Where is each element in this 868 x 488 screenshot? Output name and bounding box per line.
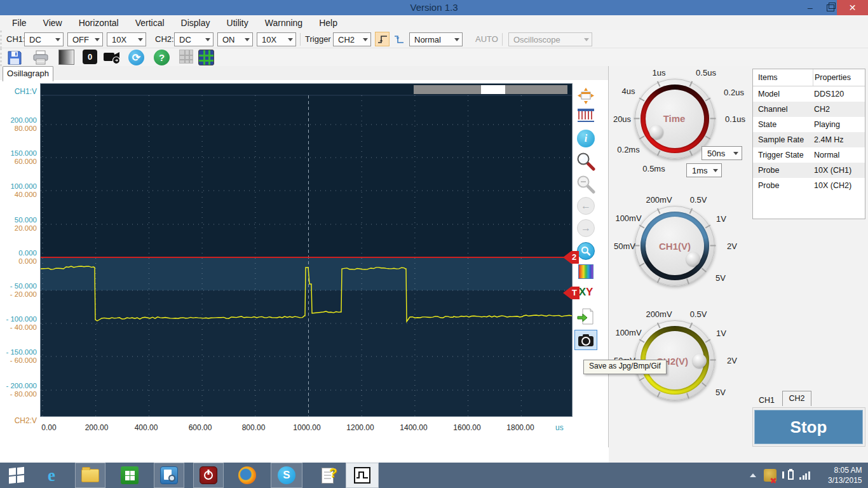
minimize-button[interactable]: – (801, 0, 820, 15)
ch1-label: CH1: (6, 34, 25, 44)
menu-item-warnning[interactable]: Warnning (257, 15, 311, 30)
ch1-tick-value: - 200.000 (0, 382, 37, 390)
power-battery-icon[interactable] (782, 469, 794, 482)
plot-scrollbar-thumb[interactable] (481, 85, 505, 94)
taskbar-internet-explorer[interactable]: e (37, 463, 66, 488)
property-row: Probe10X (CH1) (753, 163, 865, 178)
property-value: Normal (813, 147, 865, 163)
ch1-scale-2v: 2V (727, 241, 737, 251)
power-icon (200, 466, 217, 484)
taskbar-help-file[interactable]: ? (313, 463, 342, 488)
device-select[interactable]: Oscilloscope (508, 32, 592, 46)
cursor-measure-button[interactable] (576, 108, 596, 123)
ch1-probe-select[interactable]: 10X (107, 32, 146, 46)
tab-osillagraph[interactable]: Osillagraph (3, 66, 53, 81)
stop-button[interactable]: Stop (754, 410, 863, 444)
grid-layout-button[interactable] (198, 50, 214, 65)
timebase-1ms-select[interactable]: 1ms (686, 163, 722, 177)
pan-view-button[interactable] (576, 88, 596, 104)
knob-indicator-ball[interactable] (649, 125, 663, 139)
start-button[interactable] (4, 463, 29, 488)
toolbar-separator (502, 33, 503, 46)
ch2-coupling-select[interactable]: DC (174, 32, 214, 46)
close-button[interactable]: ✕ (837, 0, 868, 15)
ch2-probe-select[interactable]: 10X (257, 32, 296, 46)
signal-strength-icon[interactable] (799, 471, 810, 480)
zero-badge-button[interactable]: 0 (83, 50, 97, 64)
ch1-coupling-select[interactable]: DC (24, 32, 64, 46)
zoom-out-button-disabled[interactable] (576, 175, 596, 194)
time-base-knob[interactable]: Time 1us 0.5us 0.2us 0.1us 4us 20us 0.2m… (609, 64, 751, 184)
toolbar-separator (300, 33, 301, 46)
taskbar-oscilloscope-app-active[interactable] (346, 463, 379, 488)
save-button[interactable] (6, 50, 23, 66)
knob-indicator-ball[interactable] (686, 252, 700, 266)
taskbar-power-app[interactable] (193, 463, 224, 488)
trigger-mode-select[interactable]: Normal (409, 32, 463, 46)
help-icon: ? (159, 52, 165, 63)
ch1-display-select[interactable]: OFF (67, 32, 103, 46)
ch2-display-select[interactable]: ON (217, 32, 253, 46)
export-data-button[interactable] (576, 308, 596, 325)
firefox-icon (238, 466, 256, 484)
taskbar-skype[interactable]: S (271, 463, 302, 488)
network-disconnected-icon[interactable] (764, 469, 776, 482)
y-tick-pair: - 150.000- 60.000 (0, 348, 37, 365)
ch2-scale-2v: 2V (727, 356, 737, 365)
taskbar-clock[interactable]: 8:05 AM 3/13/2015 (817, 465, 862, 485)
taskbar-firefox[interactable] (233, 463, 262, 488)
ch1-volts-knob[interactable]: CH1(V) 200mV 0.5V 1V 2V 5V 100mV 50mV (609, 191, 751, 311)
menu-item-view[interactable]: View (35, 15, 71, 30)
snapshot-button-selected[interactable] (574, 330, 597, 350)
property-value: 2.4M Hz (813, 132, 865, 147)
menu-item-vertical[interactable]: Vertical (127, 15, 173, 30)
ch2-tick-value: 0.000 (0, 257, 37, 266)
zoom-in-button[interactable] (576, 152, 596, 171)
restore-icon (827, 4, 834, 11)
property-name: Trigger State (753, 147, 813, 163)
square-wave-icon (354, 467, 370, 484)
ch1-scale-5v: 5V (715, 273, 726, 283)
knob-indicator-ball[interactable] (693, 354, 707, 368)
menu-item-horizontal[interactable]: Horizontal (71, 15, 127, 30)
col-properties-header: Properties (813, 69, 865, 86)
contrast-gradient-button[interactable] (58, 50, 74, 65)
zoom-out-icon (576, 175, 595, 194)
knob-title: CH1(V) (659, 241, 691, 252)
taskbar-device-settings-app[interactable] (154, 463, 184, 488)
record-button[interactable] (103, 50, 122, 65)
refresh-button[interactable]: ⟳ (128, 50, 144, 65)
trigger-source-select[interactable]: CH2 (333, 32, 371, 46)
rising-edge-button[interactable] (375, 32, 390, 46)
forward-button-disabled[interactable]: → (576, 219, 596, 237)
timebase-50ns-select[interactable]: 50ns (702, 146, 742, 160)
time-scale-4us: 4us (622, 86, 635, 96)
menu-item-display[interactable]: Display (173, 15, 219, 30)
trigger-level-marker[interactable]: T (563, 287, 580, 299)
time-scale-20us: 20us (613, 114, 631, 124)
x-tick-value: 800.00 (242, 423, 266, 432)
falling-edge-button[interactable] (391, 32, 406, 46)
ch2-zero-marker[interactable]: 2 (563, 251, 579, 264)
info-button[interactable]: i (576, 130, 596, 147)
menu-item-utility[interactable]: Utility (219, 15, 257, 30)
taskbar-file-explorer[interactable] (75, 463, 105, 488)
show-hidden-icons-button[interactable] (750, 473, 756, 477)
x-tick-value: 400.00 (135, 423, 158, 432)
back-button-disabled[interactable]: ← (576, 197, 596, 215)
marker-label: T (571, 287, 580, 299)
tab-ch2[interactable]: CH2 (782, 391, 811, 406)
menu-item-help[interactable]: Help (311, 15, 346, 30)
tab-ch1[interactable]: CH1 (752, 394, 781, 407)
menu-item-file[interactable]: File (4, 15, 35, 30)
trigger-mode-value: Normal (414, 35, 441, 44)
forward-arrow-icon: → (577, 219, 595, 237)
print-button[interactable] (32, 50, 50, 66)
y-tick-pair: 200.00080.000 (0, 116, 37, 133)
ch1-tick-value: 150.000 (0, 149, 37, 158)
color-palette-button[interactable] (576, 264, 596, 279)
grid-layout-button-disabled[interactable] (179, 50, 193, 64)
ch2-scale-100mv: 100mV (615, 328, 641, 337)
taskbar-windows-store[interactable] (114, 463, 145, 488)
help-button[interactable]: ? (154, 50, 170, 65)
